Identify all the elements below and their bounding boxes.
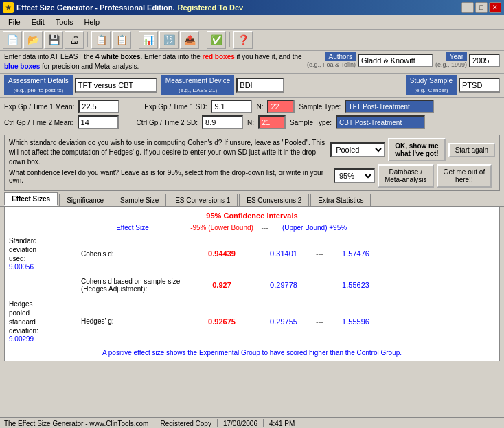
- chart-button[interactable]: 📊: [139, 31, 158, 49]
- tab-significance[interactable]: Significance: [59, 194, 111, 206]
- n-ctrl-label: N:: [247, 119, 254, 126]
- sample-input[interactable]: [459, 78, 500, 93]
- maximize-button[interactable]: □: [475, 2, 488, 13]
- print-button[interactable]: 🖨: [65, 31, 84, 49]
- sd-description: Which standard deviation do you wish to …: [9, 138, 326, 167]
- ctrl-row: Ctrl Gp / Time 2 Mean: Ctrl Gp / Time 2 …: [4, 115, 500, 129]
- toolbar-separator: [87, 32, 88, 47]
- year-label: Year: [446, 52, 467, 61]
- ok-button[interactable]: OK, show me what I've got!: [388, 138, 446, 161]
- save-button[interactable]: 💾: [44, 31, 63, 49]
- copy-button[interactable]: 📋: [91, 31, 111, 49]
- sample-type-exp-label: Sample Type:: [299, 103, 341, 111]
- assessment-label-text: Assessment Details: [8, 77, 69, 85]
- app-title: Effect Size Generator - Professional Edi…: [16, 3, 174, 12]
- data-section: Exp Gp / Time 1 Mean: Exp Gp / Time 1 SD…: [0, 98, 504, 133]
- minimize-button[interactable]: —: [461, 2, 474, 13]
- open-button[interactable]: 📂: [23, 31, 43, 49]
- get-me-out-button[interactable]: Get me out of here!!: [437, 164, 492, 188]
- sample-type-ctrl-label: Sample Type:: [290, 119, 332, 126]
- tab-extra-statistics[interactable]: Extra Statistics: [310, 194, 371, 206]
- assessment-group: Assessment Details (e.g., pre- to post-t…: [4, 75, 157, 95]
- status-time: 4:41 PM: [269, 420, 295, 427]
- sample-sub: (e.g., Cancer): [414, 87, 448, 93]
- measurement-input[interactable]: [236, 78, 284, 93]
- toolbar-separator-3: [203, 32, 203, 47]
- toolbar: 📄 📂 💾 🖨 📋 📋 📊 🔢 📤 ✅ ❓: [0, 30, 504, 51]
- measurement-sub: (e.g., DASS 21): [179, 87, 217, 93]
- tabs-row: Effect Sizes Significance Sample Size ES…: [0, 192, 504, 207]
- sample-type-ctrl-input[interactable]: [336, 115, 425, 129]
- info-banner: Enter data into AT LEAST the 4 white box…: [0, 51, 504, 74]
- status-date: 17/08/2006: [223, 420, 257, 427]
- tab-es-conversions-2[interactable]: ES Conversions 2: [239, 194, 309, 206]
- calc-button[interactable]: 🔢: [159, 31, 179, 49]
- status-registered: Registered Copy: [160, 420, 211, 427]
- authors-input[interactable]: [358, 54, 433, 67]
- sample-label: Study Sample (e.g., Cancer): [406, 75, 457, 95]
- assessment-input[interactable]: [75, 78, 157, 93]
- status-app-name: The Effect Size Generator - www.ClinTool…: [4, 420, 148, 427]
- toolbar-separator-2: [135, 32, 135, 47]
- tab-es-conversions-1[interactable]: ES Conversions 1: [168, 194, 238, 206]
- year-input[interactable]: [469, 54, 500, 67]
- sample-label-text: Study Sample: [410, 77, 453, 85]
- ctrl-mean-input[interactable]: [78, 115, 119, 129]
- status-sep-2: [217, 419, 218, 427]
- assessment-row: Assessment Details (e.g., pre- to post-t…: [0, 74, 504, 98]
- database-button[interactable]: Database / Meta-analysis: [378, 164, 434, 188]
- sd-inner: Which standard deviation do you wish to …: [9, 138, 495, 188]
- pooled-dropdown[interactable]: Pooled Experimental Control: [330, 142, 385, 157]
- exp-sd-label: Exp Gp / Time 1 SD:: [144, 103, 207, 111]
- authors-label: Authors: [325, 52, 356, 61]
- exp-sd-input[interactable]: [211, 100, 252, 113]
- tab-effect-sizes[interactable]: Effect Sizes: [4, 192, 58, 206]
- tab-sample-size[interactable]: Sample Size: [113, 194, 166, 206]
- status-sep-3: [263, 419, 264, 427]
- paste-button[interactable]: 📋: [112, 31, 131, 49]
- export-button[interactable]: 📤: [180, 31, 199, 49]
- toolbar-separator-4: [229, 32, 230, 47]
- year-sub: (e.g., 1999): [435, 61, 467, 68]
- menu-bar: File Edit Tools Help: [0, 15, 504, 30]
- title-bar: ★ Effect Size Generator - Professional E…: [0, 0, 504, 15]
- info-main-text: Enter data into AT LEAST the 4 white box…: [4, 53, 302, 70]
- info-text: Enter data into AT LEAST the 4 white box…: [4, 52, 303, 71]
- menu-tools[interactable]: Tools: [50, 16, 79, 27]
- results-area: 95% Confidence Intervals Effect Size -95…: [4, 207, 500, 361]
- close-button[interactable]: ✕: [489, 2, 501, 13]
- menu-file[interactable]: File: [3, 16, 26, 27]
- ctrl-sd-input[interactable]: [202, 115, 243, 129]
- check-button[interactable]: ✅: [207, 31, 226, 49]
- n-ctrl-input[interactable]: [258, 115, 286, 129]
- window-controls: — □ ✕: [461, 2, 501, 13]
- help-button[interactable]: ❓: [233, 31, 253, 49]
- authors-sub: (e.g., Foa & Tolin): [307, 61, 356, 68]
- exp-mean-input[interactable]: [78, 100, 119, 113]
- measurement-label-text: Measurement Device: [165, 77, 230, 85]
- app-icon: ★: [3, 2, 14, 13]
- confidence-row: 95% 90% 99% Database / Meta-analysis Get…: [334, 164, 492, 188]
- n-exp-input[interactable]: [267, 100, 295, 113]
- assessment-sub: (e.g., pre- to post-tx): [14, 87, 63, 93]
- sample-type-exp-input[interactable]: [345, 100, 434, 113]
- new-button[interactable]: 📄: [3, 31, 22, 49]
- sd-controls: Pooled Experimental Control OK, show me …: [330, 138, 495, 188]
- measurement-label: Measurement Device (e.g., DASS 21): [161, 75, 234, 95]
- sample-group: Study Sample (e.g., Cancer): [406, 75, 500, 95]
- sd-section: Which standard deviation do you wish to …: [4, 135, 500, 191]
- assessment-label: Assessment Details (e.g., pre- to post-t…: [4, 75, 73, 95]
- menu-edit[interactable]: Edit: [26, 16, 50, 27]
- ctrl-mean-label: Ctrl Gp / Time 2 Mean:: [4, 119, 73, 126]
- n-exp-label: N:: [256, 103, 263, 111]
- confidence-dropdown[interactable]: 95% 90% 99%: [334, 168, 375, 183]
- measurement-group: Measurement Device (e.g., DASS 21): [161, 75, 284, 95]
- status-bar: The Effect Size Generator - www.ClinTool…: [0, 417, 504, 428]
- sd-dropdown-row: What confidence level do you want? Leave…: [9, 169, 326, 184]
- menu-help[interactable]: Help: [78, 16, 105, 27]
- pooled-row: Pooled Experimental Control OK, show me …: [330, 138, 495, 161]
- sd-text-area: Which standard deviation do you wish to …: [9, 138, 326, 188]
- exp-mean-label: Exp Gp / Time 1 Mean:: [4, 103, 74, 111]
- author-section: Authors (e.g., Foa & Tolin) Year (e.g., …: [307, 52, 500, 68]
- start-again-button[interactable]: Start again: [448, 143, 495, 157]
